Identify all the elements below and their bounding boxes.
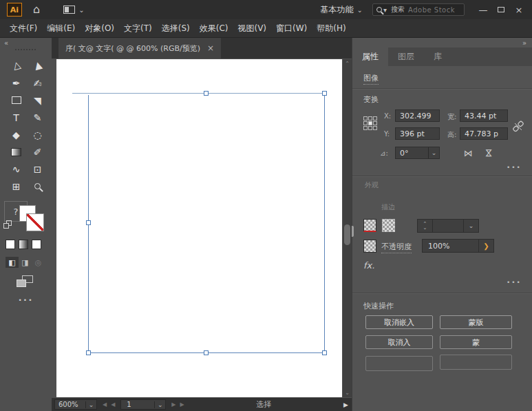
artboard-tool[interactable]: ⊞	[6, 178, 27, 195]
vertical-scrollbar[interactable]: ⌃ ⌄	[343, 59, 352, 397]
draw-normal-mode[interactable]: ◧	[6, 257, 19, 268]
tab-properties[interactable]: 属性	[352, 48, 388, 66]
search-input[interactable]: ▾ 搜索 Adobe Stock	[372, 3, 465, 16]
ghost-unembed-button[interactable]: 取消入	[365, 335, 433, 349]
direct-selection-tool[interactable]: ▷	[6, 57, 27, 74]
arrange-documents-icon[interactable]	[63, 6, 75, 14]
menu-type[interactable]: 文字(T)	[124, 23, 152, 34]
selection-handle-bottom-right[interactable]	[322, 350, 327, 355]
search-dropdown-icon[interactable]: ▾	[383, 6, 387, 14]
paintbrush-tool[interactable]: ✍	[27, 74, 48, 92]
panel-resize-notch[interactable]	[352, 226, 354, 237]
arrange-chevron-icon[interactable]: ⌄	[78, 6, 84, 14]
rectangle-tool[interactable]	[6, 92, 27, 109]
collapse-panel-icon[interactable]: «	[4, 39, 8, 47]
gradient-tool[interactable]	[6, 143, 27, 160]
menu-window[interactable]: 窗口(W)	[276, 23, 307, 34]
menu-effect[interactable]: 效果(C)	[200, 23, 228, 34]
draw-inside-mode[interactable]: ◎	[32, 257, 45, 268]
selection-handle-bottom-center[interactable]	[204, 350, 209, 355]
menu-object[interactable]: 对象(O)	[85, 23, 114, 34]
stroke-weight-value[interactable]	[433, 220, 463, 232]
reference-point-icon[interactable]	[363, 116, 377, 130]
appearance-more-button[interactable]: •••	[507, 279, 522, 286]
scroll-down-icon[interactable]: ⌄	[343, 390, 352, 396]
artboard-number-select[interactable]: 1 ⌄	[120, 399, 166, 410]
y-input[interactable]: 396 pt	[395, 127, 440, 140]
tab-layers[interactable]: 图层	[388, 48, 424, 66]
pen-tool[interactable]: ✒	[6, 74, 27, 92]
panel-grip[interactable]	[15, 49, 36, 50]
selection-handle-top-center[interactable]	[204, 91, 209, 96]
statusbar-expand-icon[interactable]: ▶	[343, 401, 348, 408]
opacity-expand-icon[interactable]: ❯	[478, 240, 493, 252]
home-icon[interactable]: ⌂	[33, 4, 40, 15]
eraser-tool[interactable]: ◆	[6, 126, 27, 143]
stroke-weight-stepper[interactable]: ⌃⌄ ⌄	[417, 219, 479, 233]
screen-mode-button[interactable]	[17, 275, 34, 288]
stroke-none-swatch[interactable]	[26, 213, 44, 231]
stroke-color-swatch[interactable]	[382, 219, 395, 232]
opacity-label[interactable]: 不透明度	[381, 242, 412, 253]
next-artboard-icon[interactable]: ▶	[171, 401, 175, 408]
workspace-chevron-icon[interactable]: ⌄	[357, 6, 363, 14]
angle-chevron-icon[interactable]: ⌄	[428, 147, 439, 158]
zoom-tool[interactable]	[27, 178, 48, 195]
zoom-level-select[interactable]: 600% ⌄	[54, 399, 97, 410]
flip-vertical-icon[interactable]: ⋈	[484, 149, 494, 158]
menu-view[interactable]: 视图(V)	[237, 23, 266, 34]
menu-edit[interactable]: 编辑(E)	[47, 23, 75, 34]
expand-panel-icon[interactable]: »	[522, 39, 526, 47]
artboard[interactable]	[56, 59, 342, 397]
unembed-button[interactable]: 取消嵌入	[365, 315, 433, 329]
fx-button[interactable]: fx.	[363, 260, 374, 271]
x-input[interactable]: 302.499	[395, 109, 440, 122]
document-tab[interactable]: 序( 文@ 文字( @ @ 600% (RGB/预览) ×	[58, 38, 221, 59]
fill-stroke-indicator[interactable]	[19, 205, 47, 234]
canvas[interactable]: ⌃ ⌄	[52, 59, 352, 398]
comment-tool[interactable]: ◌	[27, 126, 48, 143]
maximize-button[interactable]	[492, 3, 510, 17]
selection-right-edge[interactable]	[324, 93, 325, 352]
selection-handle-left-middle[interactable]	[86, 220, 91, 225]
opacity-input[interactable]: 100% ❯	[422, 239, 494, 253]
toolbar-more-button[interactable]: •••	[0, 297, 52, 304]
hand-tool[interactable]: ∿	[6, 160, 27, 178]
gradient-button[interactable]	[19, 240, 28, 249]
transform-more-button[interactable]: •••	[507, 164, 522, 171]
mask-button[interactable]: 蒙版	[440, 315, 512, 329]
rotate-angle-select[interactable]: 0° ⌄	[395, 147, 440, 159]
flip-horizontal-icon[interactable]: ⋈	[464, 148, 473, 158]
artboard-chevron-icon[interactable]: ⌄	[154, 401, 165, 408]
curvature-tool[interactable]: ◥	[27, 92, 48, 109]
stroke-weight-chevron-icon[interactable]: ⌄	[463, 220, 478, 232]
selection-handle-top-right[interactable]	[322, 91, 327, 96]
symbol-sprayer-tool[interactable]: ⊡	[27, 160, 48, 178]
menu-help[interactable]: 帮助(H)	[317, 23, 345, 34]
zoom-chevron-icon[interactable]: ⌄	[85, 401, 96, 408]
close-button[interactable]: ×	[510, 3, 528, 17]
scrollbar-thumb[interactable]	[344, 224, 350, 245]
none-button[interactable]	[32, 240, 41, 249]
draw-behind-mode[interactable]: ◨	[19, 257, 32, 268]
selection-handle-bottom-left[interactable]	[86, 350, 91, 355]
fill-color-swatch[interactable]	[363, 219, 376, 232]
first-artboard-icon[interactable]: ◀	[103, 401, 107, 408]
selection-top-edge[interactable]	[72, 93, 326, 94]
type-tool[interactable]: T	[6, 109, 27, 126]
knife-tool[interactable]: ✐	[27, 143, 48, 160]
ghost-mask-button[interactable]: 蒙	[440, 335, 512, 349]
scroll-up-icon[interactable]: ⌃	[343, 61, 352, 67]
menu-file[interactable]: 文件(F)	[10, 23, 37, 34]
width-input[interactable]: 43.44 pt	[460, 109, 508, 122]
opacity-swatch[interactable]	[363, 240, 376, 253]
menu-select[interactable]: 选择(S)	[162, 23, 190, 34]
constrain-proportions-icon[interactable]	[512, 120, 524, 136]
pencil-tool[interactable]: ✎	[27, 109, 48, 126]
selection-tool[interactable]: ▶	[27, 57, 48, 74]
height-input[interactable]: 47.783 p	[460, 127, 508, 140]
step-down-icon[interactable]: ⌄	[423, 226, 427, 230]
workspace-switcher[interactable]: 基本功能	[321, 4, 354, 16]
default-fill-stroke-icon[interactable]	[3, 220, 12, 229]
tab-close-icon[interactable]: ×	[207, 43, 214, 53]
